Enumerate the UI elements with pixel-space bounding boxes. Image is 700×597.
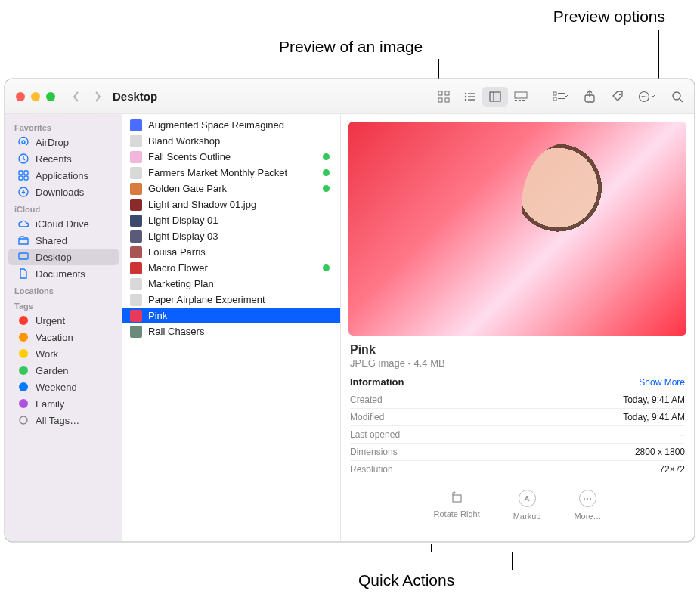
preview-pane: Pink JPEG image - 4.4 MB Information Sho… bbox=[341, 114, 694, 541]
markup-button[interactable]: Markup bbox=[513, 490, 541, 521]
back-button[interactable] bbox=[72, 91, 81, 102]
svg-rect-34 bbox=[24, 176, 28, 180]
sidebar-item-label: Urgent bbox=[36, 315, 65, 326]
sidebar-item[interactable]: Family bbox=[8, 395, 119, 412]
sidebar-header: Tags bbox=[5, 297, 122, 312]
file-row[interactable]: Marketing Plan bbox=[122, 276, 340, 292]
file-row[interactable]: Light Display 01 bbox=[122, 212, 340, 228]
sidebar-item-label: Vacation bbox=[36, 332, 73, 343]
info-row: Last opened-- bbox=[350, 425, 685, 443]
file-row[interactable]: Macro Flower bbox=[122, 260, 340, 276]
sidebar-item-label: Family bbox=[36, 398, 64, 410]
share-button[interactable] bbox=[581, 88, 599, 106]
svg-rect-1 bbox=[445, 91, 449, 95]
sidebar-item[interactable]: iCloud Drive bbox=[8, 215, 119, 232]
sidebar-item[interactable]: Documents bbox=[8, 265, 119, 282]
file-row[interactable]: Augmented Space Reimagined bbox=[122, 117, 340, 133]
file-icon bbox=[130, 135, 142, 147]
sidebar-item-label: Downloads bbox=[36, 187, 84, 198]
sidebar-item[interactable]: Downloads bbox=[8, 184, 119, 200]
svg-rect-16 bbox=[522, 100, 525, 101]
svg-rect-13 bbox=[515, 92, 527, 98]
file-name: Light Display 03 bbox=[148, 230, 333, 242]
rotate-label: Rotate Right bbox=[434, 509, 480, 518]
file-row[interactable]: Louisa Parris bbox=[122, 244, 340, 260]
show-more-link[interactable]: Show More bbox=[639, 377, 685, 388]
view-gallery-button[interactable] bbox=[508, 87, 534, 107]
sidebar-item-label: Weekend bbox=[36, 382, 77, 393]
file-icon bbox=[130, 278, 142, 290]
file-icon bbox=[130, 294, 142, 306]
sidebar-item[interactable]: Recents bbox=[8, 150, 119, 167]
sidebar-item[interactable]: Urgent bbox=[8, 312, 119, 329]
sidebar-header: Favorites bbox=[5, 119, 122, 134]
tag-dot bbox=[323, 264, 330, 271]
more-button[interactable] bbox=[638, 88, 656, 106]
forward-button[interactable] bbox=[93, 91, 102, 102]
file-row[interactable]: Fall Scents Outline bbox=[122, 149, 340, 165]
rotate-icon bbox=[449, 490, 464, 505]
sidebar-item[interactable]: AirDrop bbox=[8, 134, 119, 150]
info-value: 72×72 bbox=[659, 464, 685, 475]
info-row: CreatedToday, 9:41 AM bbox=[350, 391, 685, 408]
sidebar-item[interactable]: Desktop bbox=[8, 249, 119, 265]
tag-dot bbox=[323, 185, 330, 192]
recents-icon bbox=[17, 153, 29, 165]
file-row[interactable]: Paper Airplane Experiment bbox=[122, 292, 340, 308]
svg-rect-37 bbox=[19, 258, 28, 259]
info-value: 2800 x 1800 bbox=[635, 447, 685, 457]
view-column-button[interactable] bbox=[482, 87, 508, 107]
sidebar-item[interactable]: Applications bbox=[8, 167, 119, 184]
sidebar-item[interactable]: Weekend bbox=[8, 379, 119, 395]
file-row[interactable]: Pink bbox=[122, 308, 340, 323]
sidebar-header: iCloud bbox=[5, 200, 122, 215]
tag-icon bbox=[17, 397, 29, 410]
minimize-button[interactable] bbox=[31, 92, 40, 101]
info-row: ModifiedToday, 9:41 AM bbox=[350, 408, 685, 425]
sidebar-item[interactable]: All Tags… bbox=[8, 412, 119, 428]
view-list-button[interactable] bbox=[457, 87, 482, 107]
search-button[interactable] bbox=[668, 88, 686, 106]
callout-line bbox=[593, 544, 593, 552]
file-row[interactable]: Bland Workshop bbox=[122, 133, 340, 149]
svg-rect-18 bbox=[558, 93, 565, 94]
more-actions-button[interactable]: More… bbox=[574, 490, 601, 521]
svg-rect-39 bbox=[453, 495, 461, 502]
docs-icon bbox=[17, 268, 29, 280]
svg-point-4 bbox=[465, 92, 466, 94]
file-column: Augmented Space ReimaginedBland Workshop… bbox=[122, 114, 341, 541]
file-icon bbox=[130, 215, 142, 227]
sidebar-item-label: Applications bbox=[36, 170, 88, 181]
shared-icon bbox=[17, 234, 29, 246]
titlebar: Desktop bbox=[5, 79, 694, 114]
sidebar-header: Locations bbox=[5, 282, 122, 297]
close-button[interactable] bbox=[16, 92, 25, 101]
tag-icon bbox=[17, 364, 29, 376]
info-value: -- bbox=[679, 429, 685, 440]
preview-subtitle: JPEG image - 4.4 MB bbox=[350, 357, 685, 369]
group-button[interactable] bbox=[552, 88, 570, 106]
file-row[interactable]: Farmers Market Monthly Packet bbox=[122, 165, 340, 181]
file-row[interactable]: Light and Shadow 01.jpg bbox=[122, 196, 340, 212]
tags-button[interactable] bbox=[609, 88, 627, 106]
window-title: Desktop bbox=[113, 90, 157, 103]
tag-icon bbox=[17, 331, 29, 343]
sidebar-item[interactable]: Vacation bbox=[8, 329, 119, 345]
svg-rect-0 bbox=[438, 91, 442, 95]
svg-point-8 bbox=[465, 98, 466, 100]
view-icon-button[interactable] bbox=[431, 87, 457, 107]
svg-rect-32 bbox=[24, 171, 28, 175]
sidebar-item[interactable]: Shared bbox=[8, 232, 119, 249]
info-key: Last opened bbox=[350, 429, 400, 440]
svg-rect-3 bbox=[445, 98, 449, 102]
file-row[interactable]: Light Display 03 bbox=[122, 228, 340, 244]
sidebar-item[interactable]: Work bbox=[8, 345, 119, 362]
info-key: Resolution bbox=[350, 464, 393, 475]
file-row[interactable]: Rail Chasers bbox=[122, 323, 340, 339]
sidebar-item[interactable]: Garden bbox=[8, 362, 119, 379]
svg-rect-33 bbox=[19, 176, 23, 180]
zoom-button[interactable] bbox=[46, 92, 55, 101]
svg-point-24 bbox=[642, 96, 643, 97]
file-row[interactable]: Golden Gate Park bbox=[122, 181, 340, 196]
rotate-right-button[interactable]: Rotate Right bbox=[434, 490, 480, 521]
